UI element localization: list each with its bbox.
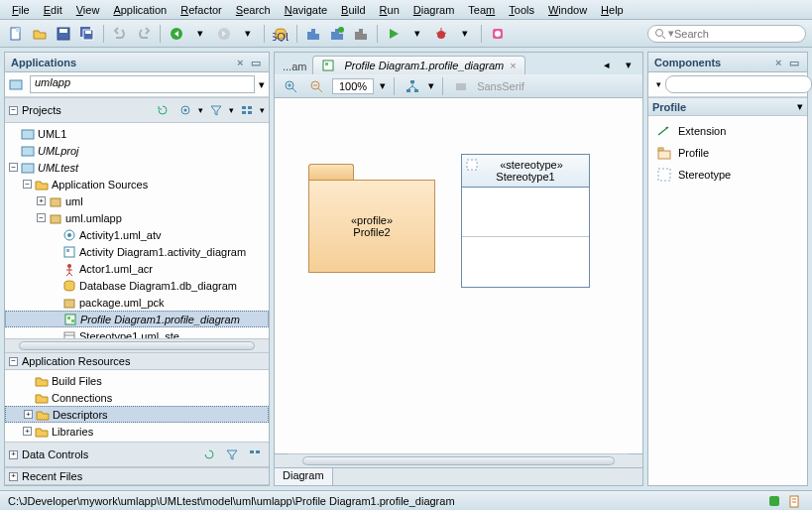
filter-icon[interactable] (222, 445, 242, 464)
refresh-icon[interactable] (199, 445, 219, 464)
projects-section[interactable]: − Projects ▾ ▾ ▾ (5, 97, 269, 123)
zoom-value[interactable]: 100% (332, 78, 374, 94)
palette-profile[interactable]: Profile (652, 142, 803, 164)
tree-project[interactable]: −UMLtest (5, 159, 269, 176)
close-icon[interactable]: × (775, 57, 787, 68)
sql-button[interactable]: SQL (271, 24, 290, 44)
menu-window[interactable]: Window (542, 2, 593, 18)
expand-toggle[interactable]: + (23, 427, 32, 436)
dropdown-icon[interactable]: ▾ (797, 100, 803, 113)
app-resources-section[interactable]: − Application Resources (5, 352, 269, 370)
save-button[interactable] (54, 24, 73, 44)
dropdown-icon[interactable]: ▾ (238, 24, 258, 44)
status-indicator-icon[interactable] (764, 491, 784, 511)
collapse-icon[interactable]: − (9, 357, 18, 366)
view-icon[interactable] (245, 445, 265, 464)
dropdown-icon[interactable]: ▾ (198, 105, 203, 115)
profile-package-node[interactable]: «profile» Profile2 (308, 164, 435, 273)
menu-application[interactable]: Application (107, 2, 173, 18)
horizontal-scrollbar[interactable] (5, 338, 269, 352)
save-all-button[interactable] (77, 24, 97, 44)
dropdown-icon[interactable]: ▾ (190, 24, 210, 44)
canvas-h-scrollbar[interactable] (289, 453, 629, 467)
minimize-icon[interactable]: ▭ (789, 57, 801, 68)
menu-build[interactable]: Build (335, 2, 371, 18)
filter-icon[interactable] (206, 100, 226, 120)
expand-toggle[interactable]: + (24, 410, 33, 419)
status-tasks-icon[interactable] (784, 491, 804, 511)
scroll-left-icon[interactable] (275, 453, 289, 467)
tab-overflow-indicator[interactable]: ...am (279, 59, 310, 74)
diagram-canvas[interactable]: «profile» Profile2 «stereotype» Stereoty… (275, 98, 642, 453)
profile-run-button[interactable] (488, 24, 508, 44)
dropdown-icon[interactable]: ▾ (455, 24, 475, 44)
run-button[interactable] (384, 24, 404, 44)
undo-button[interactable] (110, 24, 130, 44)
build-button[interactable] (303, 24, 323, 44)
menu-file[interactable]: File (6, 2, 36, 18)
menu-navigate[interactable]: Navigate (279, 2, 333, 18)
tree-file-selected[interactable]: Profile Diagram1.profile_diagram (5, 311, 269, 327)
expand-toggle[interactable]: − (37, 213, 46, 222)
clean-button[interactable] (351, 24, 371, 44)
tree-file[interactable]: package.uml_pck (5, 294, 269, 311)
stereotype-node[interactable]: «stereotype» Stereotype1 (461, 154, 590, 288)
dropdown-icon[interactable]: ▾ (407, 24, 427, 44)
palette-extension[interactable]: Extension (652, 120, 803, 142)
font-icon[interactable] (451, 76, 471, 96)
tree-file[interactable]: Stereotype1.uml_ste (5, 327, 269, 338)
scroll-right-icon[interactable] (629, 453, 642, 467)
profile-section-header[interactable]: Profile ▾ (648, 97, 807, 116)
tree-folder[interactable]: +Libraries (5, 423, 269, 440)
component-search-input[interactable] (665, 75, 812, 93)
menu-tools[interactable]: Tools (503, 2, 540, 18)
minimize-icon[interactable]: ▭ (251, 57, 263, 68)
dropdown-icon[interactable]: ▾ (428, 79, 434, 92)
dropdown-icon[interactable]: ▾ (380, 79, 386, 92)
tree-project[interactable]: UML1 (5, 125, 269, 142)
tree-file[interactable]: Actor1.uml_acr (5, 260, 269, 277)
expand-toggle[interactable]: + (37, 196, 46, 205)
menu-view[interactable]: View (70, 2, 106, 18)
view-icon[interactable] (237, 100, 257, 120)
refresh-icon[interactable] (153, 100, 173, 120)
tree-file[interactable]: Activity1.uml_atv (5, 226, 269, 243)
open-button[interactable] (30, 24, 50, 44)
debug-button[interactable] (431, 24, 451, 44)
rebuild-button[interactable] (327, 24, 347, 44)
tree-file[interactable]: Activity Diagram1.activity_diagram (5, 243, 269, 260)
layout-icon[interactable] (403, 76, 422, 96)
menu-run[interactable]: Run (374, 2, 406, 18)
menu-team[interactable]: Team (462, 2, 501, 18)
tree-file[interactable]: Database Diagram1.db_diagram (5, 277, 269, 294)
stereotype-operations[interactable] (462, 237, 589, 287)
menu-help[interactable]: Help (595, 2, 630, 18)
menu-search[interactable]: Search (230, 2, 277, 18)
expand-icon[interactable]: + (9, 472, 18, 481)
stereotype-attributes[interactable] (462, 188, 589, 237)
tree-folder[interactable]: Connections (5, 389, 269, 406)
tree-folder[interactable]: −Application Sources (5, 176, 269, 192)
menu-edit[interactable]: Edit (38, 2, 68, 18)
redo-button[interactable] (134, 24, 154, 44)
dropdown-icon[interactable]: ▾ (259, 78, 265, 91)
dropdown-icon[interactable]: ▾ (229, 105, 234, 115)
back-button[interactable] (167, 24, 186, 44)
close-icon[interactable]: × (237, 57, 249, 68)
zoom-out-icon[interactable] (306, 76, 326, 96)
zoom-in-icon[interactable] (281, 76, 300, 96)
tab-scroll-left-icon[interactable]: ◂ (597, 55, 617, 74)
editor-tab[interactable]: Profile Diagram1.profile_diagram × (312, 56, 524, 74)
tree-project[interactable]: UMLproj (5, 142, 269, 159)
data-controls-section[interactable]: + Data Controls (5, 442, 269, 467)
menu-diagram[interactable]: Diagram (407, 2, 461, 18)
forward-button[interactable] (214, 24, 234, 44)
menu-refactor[interactable]: Refactor (174, 2, 228, 18)
close-tab-icon[interactable]: × (510, 60, 516, 71)
expand-toggle[interactable]: − (23, 180, 32, 189)
canvas-tab-diagram[interactable]: Diagram (275, 468, 333, 485)
app-selector[interactable]: umlapp (30, 75, 255, 93)
tree-folder[interactable]: Build Files (5, 372, 269, 389)
expand-toggle[interactable]: − (9, 163, 18, 172)
tab-list-icon[interactable]: ▾ (619, 55, 638, 74)
